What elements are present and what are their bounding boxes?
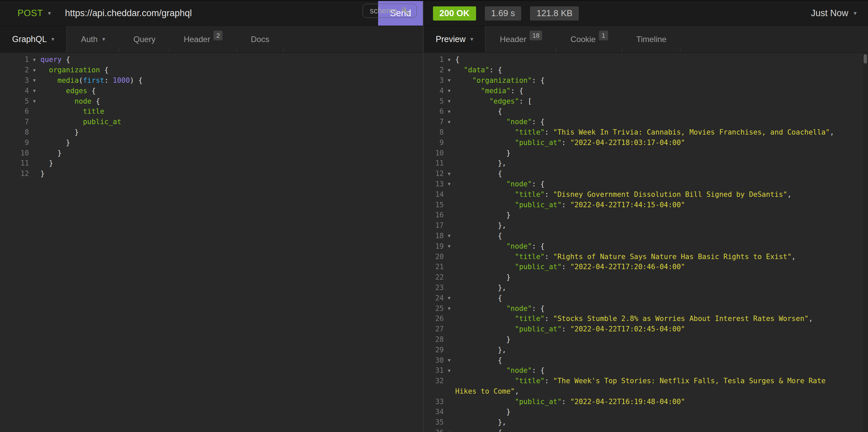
tab-label: Docs: [251, 35, 269, 44]
line-number: 8: [424, 128, 444, 136]
tab-label: Timeline: [637, 35, 666, 44]
code-text: "title": "Rights of Nature Says Nature H…: [455, 253, 868, 261]
code-text: query {: [40, 56, 423, 64]
status-badge: 200 OK: [433, 6, 476, 21]
code-line: 23 },: [424, 283, 868, 293]
fold-arrow-icon[interactable]: ▾: [444, 243, 455, 249]
code-token: title: [83, 107, 104, 115]
fold-arrow-icon[interactable]: ▾: [29, 57, 40, 63]
tab-body-type-graphql[interactable]: GraphQL ▾: [0, 26, 67, 53]
fold-arrow-icon[interactable]: ▾: [444, 88, 455, 94]
code-token: "node": [506, 118, 532, 126]
code-text: "organization": {: [455, 76, 868, 85]
code-text: {: [455, 294, 868, 302]
code-text: "title": "This Week In Trivia: Cannabis,…: [455, 128, 868, 136]
fold-arrow-icon[interactable]: ▾: [444, 108, 455, 115]
fold-arrow-icon[interactable]: ▾: [444, 305, 455, 311]
code-token: [455, 139, 515, 147]
line-number: 7: [424, 118, 444, 126]
request-topbar: POST ▾ https://api.cheddar.com/graphql S…: [0, 1, 423, 26]
code-token: edges: [66, 87, 87, 95]
response-preview-editor[interactable]: 1▾{2▾ "data": {3▾ "organization": {4▾ "m…: [424, 53, 868, 432]
tab-header-request[interactable]: Header 2: [170, 26, 237, 53]
code-token: {: [455, 56, 460, 64]
code-token: [455, 325, 515, 333]
fold-arrow-icon[interactable]: ▾: [444, 367, 455, 374]
fold-arrow-icon[interactable]: ▾: [444, 171, 455, 177]
fold-arrow-icon[interactable]: ▾: [444, 57, 455, 63]
code-token: }: [40, 170, 45, 178]
code-token: "2022-04-22T17:02:45-04:00": [570, 325, 685, 333]
code-token: "node": [506, 304, 532, 312]
fold-arrow-icon[interactable]: ▾: [444, 232, 455, 239]
history-dropdown[interactable]: Just Now ▾: [811, 8, 857, 19]
fold-arrow-icon[interactable]: ▾: [444, 295, 455, 301]
schema-button[interactable]: schema: [363, 4, 417, 18]
fold-arrow-icon[interactable]: ▾: [29, 67, 40, 73]
tab-preview[interactable]: Preview ▾: [424, 26, 486, 53]
code-token: }: [40, 159, 53, 167]
code-text: {: [455, 56, 868, 64]
fold-arrow-icon[interactable]: ▾: [444, 119, 455, 125]
fold-arrow-icon[interactable]: ▾: [444, 430, 455, 432]
code-text: "public_at": "2022-04-22T17:20:46-04:00": [455, 263, 868, 271]
scrollbar-track[interactable]: [863, 53, 868, 432]
code-text: {: [455, 107, 868, 115]
code-token: :: [562, 139, 570, 147]
code-token: "public_at": [515, 263, 562, 271]
line-number: 10: [424, 149, 444, 157]
fold-arrow-icon[interactable]: ▾: [444, 67, 455, 73]
chevron-down-icon: ▾: [102, 36, 105, 42]
code-token: }: [455, 149, 510, 157]
line-number: 12: [0, 170, 29, 178]
code-text: "public_at": "2022-04-22T16:19:48-04:00": [455, 398, 868, 406]
tab-auth[interactable]: Auth ▾: [67, 26, 119, 53]
code-token: (: [79, 76, 83, 85]
fold-arrow-icon[interactable]: ▾: [29, 88, 40, 94]
code-token: "Disney Government Dissolution Bill Sign…: [553, 191, 787, 199]
code-text: {: [455, 170, 868, 178]
line-number: 11: [0, 159, 29, 167]
code-line: 11 },: [424, 158, 868, 169]
fold-arrow-icon[interactable]: ▾: [29, 77, 40, 84]
code-line: 1▾{: [424, 55, 868, 65]
fold-arrow-icon[interactable]: ▾: [444, 98, 455, 104]
line-number: 35: [424, 418, 444, 426]
code-text: "node": {: [455, 242, 868, 250]
tab-cookie[interactable]: Cookie 1: [556, 26, 622, 53]
code-token: [455, 366, 506, 374]
code-token: "title": [515, 314, 545, 323]
code-token: [40, 76, 58, 85]
fold-arrow-icon[interactable]: ▾: [444, 357, 455, 363]
code-line: Hikes to Come",: [424, 386, 868, 397]
code-text: }: [40, 159, 423, 167]
code-line: 36▾ {: [424, 428, 868, 432]
line-number: 24: [424, 294, 444, 302]
graphql-query-editor[interactable]: 1▾query {2▾ organization {3▾ media(first…: [0, 53, 423, 432]
code-text: {: [455, 429, 868, 432]
tab-query[interactable]: Query: [119, 26, 169, 53]
url-input[interactable]: https://api.cheddar.com/graphql: [65, 8, 192, 19]
tab-docs[interactable]: Docs: [237, 26, 283, 53]
code-text: }: [455, 273, 868, 281]
line-number: 4: [424, 87, 444, 95]
method-dropdown[interactable]: POST ▾: [18, 8, 51, 19]
code-text: },: [455, 159, 868, 167]
fold-arrow-icon[interactable]: ▾: [29, 98, 40, 104]
code-token: "title": [515, 377, 545, 385]
code-token: "node": [506, 242, 532, 250]
request-tabbar: GraphQL ▾ Auth ▾ Query Header 2 Docs: [0, 26, 423, 53]
tab-timeline[interactable]: Timeline: [622, 26, 681, 53]
fold-arrow-icon[interactable]: ▾: [444, 181, 455, 187]
code-text: },: [455, 221, 868, 229]
scrollbar-thumb[interactable]: [864, 54, 867, 64]
code-token: "public_at": [515, 325, 562, 333]
tab-header-response[interactable]: Header 18: [486, 26, 556, 53]
code-line: 5▾ node {: [0, 96, 423, 106]
code-token: {: [455, 294, 502, 302]
code-text: }: [455, 149, 868, 157]
code-text: "public_at": "2022-04-22T17:02:45-04:00": [455, 325, 868, 333]
chevron-down-icon: ▾: [854, 10, 857, 16]
code-token: {: [455, 356, 502, 364]
fold-arrow-icon[interactable]: ▾: [444, 77, 455, 84]
